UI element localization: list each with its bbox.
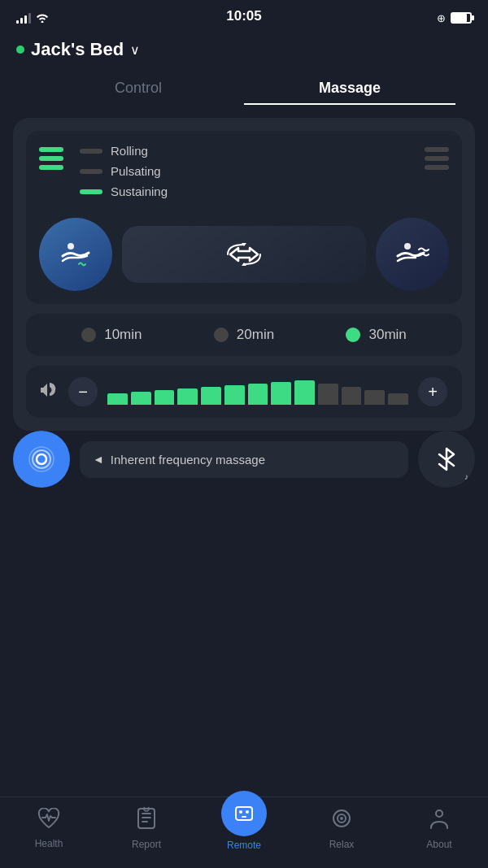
status-right: ⊕ bbox=[437, 12, 472, 24]
nav-health[interactable]: Health bbox=[0, 808, 98, 849]
mode-list: Rolling Pulsating Sustaining bbox=[80, 144, 416, 205]
volume-bar-8 bbox=[271, 382, 291, 405]
volume-bar-2 bbox=[131, 392, 151, 405]
right-bar-1 bbox=[425, 147, 449, 152]
report-icon bbox=[136, 807, 157, 835]
volume-bar-9 bbox=[294, 380, 315, 405]
about-icon bbox=[428, 807, 451, 835]
health-icon bbox=[37, 808, 60, 835]
bottom-navigation: Health Report Remote bbox=[0, 796, 488, 868]
plus-icon: + bbox=[428, 383, 438, 401]
volume-bar-10 bbox=[318, 384, 338, 405]
nav-relax[interactable]: Relax bbox=[293, 807, 390, 850]
right-bar-2 bbox=[425, 156, 449, 161]
timer-30min[interactable]: 30min bbox=[346, 327, 406, 343]
remote-circle-button[interactable] bbox=[221, 791, 267, 836]
main-content-card: Rolling Pulsating Sustaining bbox=[13, 118, 475, 431]
intensity-bars-left bbox=[39, 147, 63, 170]
massage-action-buttons bbox=[39, 218, 449, 291]
nav-report[interactable]: Report bbox=[98, 807, 195, 850]
status-bar: 10:05 ⊕ bbox=[0, 0, 488, 33]
volume-bar-6 bbox=[224, 385, 245, 405]
svg-rect-10 bbox=[236, 807, 252, 820]
mode-sustaining[interactable]: Sustaining bbox=[80, 184, 416, 198]
timer-20min[interactable]: 20min bbox=[214, 327, 274, 343]
nav-remote-label: Remote bbox=[227, 840, 261, 851]
frequency-label: ◄ Inherent frequency massage bbox=[80, 441, 408, 478]
timer-card: 10min 20min 30min bbox=[26, 314, 462, 356]
modes-top-section: Rolling Pulsating Sustaining bbox=[39, 144, 449, 205]
svg-point-4 bbox=[404, 243, 411, 250]
svg-point-1 bbox=[68, 243, 74, 250]
sustaining-indicator bbox=[80, 189, 102, 194]
volume-card: − + bbox=[26, 366, 462, 418]
nav-health-label: Health bbox=[35, 838, 63, 849]
right-bar-3 bbox=[425, 165, 449, 170]
tab-bar: Control Massage bbox=[0, 73, 488, 105]
nav-about[interactable]: About bbox=[390, 807, 488, 850]
svg-rect-13 bbox=[242, 816, 246, 818]
signal-area bbox=[16, 11, 50, 25]
mode-rolling[interactable]: Rolling bbox=[80, 144, 416, 158]
connection-status-dot bbox=[16, 46, 24, 54]
signal-icon bbox=[16, 12, 31, 24]
timer-dot-20min bbox=[214, 328, 229, 342]
nav-relax-label: Relax bbox=[329, 839, 355, 850]
wifi-icon bbox=[35, 11, 50, 25]
volume-level-bars bbox=[107, 379, 408, 405]
svg-point-16 bbox=[340, 817, 343, 820]
svg-point-6 bbox=[33, 450, 50, 468]
volume-bar-7 bbox=[248, 384, 268, 405]
intensity-bar-3 bbox=[39, 165, 63, 170]
massage-wave-button[interactable] bbox=[376, 218, 449, 291]
status-time: 10:05 bbox=[226, 8, 261, 24]
volume-bar-12 bbox=[364, 390, 385, 405]
wave-cycle-button[interactable] bbox=[122, 226, 366, 283]
volume-increase-button[interactable]: + bbox=[418, 377, 447, 406]
relax-icon bbox=[330, 807, 353, 835]
timer-dot-10min bbox=[81, 328, 96, 342]
body-relax-button[interactable] bbox=[39, 218, 112, 291]
volume-bar-13 bbox=[388, 393, 408, 405]
volume-bar-11 bbox=[342, 387, 362, 405]
bluetooth-button[interactable]: ♪ bbox=[418, 431, 475, 488]
bottom-action-bar: ◄ Inherent frequency massage ♪ bbox=[13, 431, 475, 488]
frequency-button[interactable] bbox=[13, 431, 70, 488]
tab-massage[interactable]: Massage bbox=[244, 73, 455, 105]
tab-control[interactable]: Control bbox=[33, 73, 244, 105]
pulsating-indicator bbox=[80, 169, 102, 174]
volume-bar-4 bbox=[177, 388, 198, 405]
svg-point-17 bbox=[436, 810, 442, 817]
svg-point-12 bbox=[246, 810, 249, 814]
svg-point-11 bbox=[239, 810, 242, 814]
volume-bar-5 bbox=[201, 387, 221, 405]
intensity-bars-right bbox=[425, 147, 449, 170]
battery-icon bbox=[451, 12, 472, 24]
timer-dot-30min bbox=[346, 328, 360, 342]
timer-10min[interactable]: 10min bbox=[81, 327, 142, 343]
intensity-bar-1 bbox=[39, 147, 63, 152]
nav-about-label: About bbox=[426, 839, 451, 850]
volume-bar-1 bbox=[107, 393, 128, 405]
volume-decrease-button[interactable]: − bbox=[68, 377, 98, 406]
device-header: Jack's Bed ∨ bbox=[0, 33, 488, 73]
volume-icon bbox=[41, 383, 59, 401]
rolling-indicator bbox=[80, 149, 102, 154]
lock-icon: ⊕ bbox=[437, 12, 446, 24]
nav-remote[interactable]: Remote bbox=[195, 807, 293, 851]
chevron-down-icon[interactable]: ∨ bbox=[130, 42, 140, 58]
volume-bar-3 bbox=[155, 390, 175, 405]
freq-arrow-icon: ◄ bbox=[93, 453, 104, 466]
mode-pulsating[interactable]: Pulsating bbox=[80, 164, 416, 178]
device-name: Jack's Bed bbox=[31, 39, 124, 60]
svg-point-5 bbox=[37, 454, 46, 464]
intensity-bar-2 bbox=[39, 156, 63, 161]
minus-icon: − bbox=[78, 383, 88, 401]
massage-modes-card: Rolling Pulsating Sustaining bbox=[26, 131, 462, 304]
frequency-label-text: Inherent frequency massage bbox=[111, 453, 265, 467]
nav-report-label: Report bbox=[132, 839, 161, 850]
